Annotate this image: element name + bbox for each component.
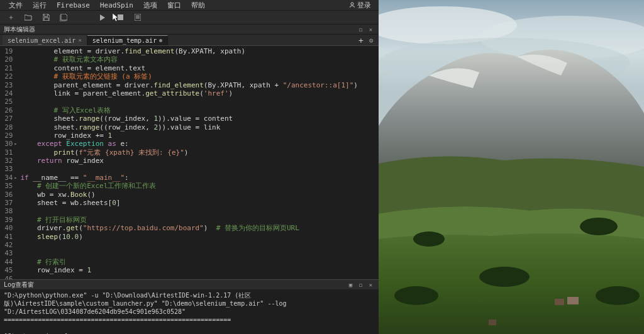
editor-panel-label: 脚本编辑器: [4, 25, 35, 34]
svg-point-0: [351, 3, 353, 5]
login-button[interactable]: 登录: [345, 1, 375, 10]
code-area[interactable]: element = driver.find_element(By.XPATH, …: [16, 46, 379, 279]
log-clear-button[interactable]: ▣: [347, 281, 355, 289]
log-panel: Log查看窗 ▣ ◻ ✕ "D:\python\python.exe" -u "…: [0, 279, 379, 334]
svg-rect-16: [567, 297, 579, 304]
svg-rect-15: [555, 299, 564, 305]
editor-panel-title: 脚本编辑器 ◻ ✕: [0, 25, 379, 35]
log-float-button[interactable]: ◻: [357, 281, 365, 289]
panel-float-button[interactable]: ◻: [357, 25, 365, 33]
menubar: 文件 运行 Firebase HeadSpin 选项 窗口 帮助 登录: [0, 0, 379, 11]
svg-rect-17: [489, 320, 496, 325]
menu-firebase[interactable]: Firebase: [52, 1, 95, 9]
save-button[interactable]: [42, 13, 50, 22]
svg-point-11: [580, 218, 618, 235]
tab-selenium-excel[interactable]: selenium_excel.air ×: [3, 35, 87, 45]
report-button[interactable]: [133, 13, 142, 22]
svg-point-10: [413, 231, 445, 247]
svg-point-13: [394, 286, 438, 305]
menu-file[interactable]: 文件: [4, 1, 28, 10]
user-icon: [349, 2, 355, 8]
new-tab-button[interactable]: +: [356, 35, 366, 45]
saveall-button[interactable]: [59, 13, 68, 22]
svg-point-12: [479, 267, 530, 287]
unsaved-dot-icon: [159, 39, 162, 42]
menu-help[interactable]: 帮助: [186, 1, 210, 10]
gutter: 1920212223242526272829303132333435363738…: [0, 46, 16, 279]
device-screen[interactable]: [379, 0, 644, 334]
tab-selenium-temp[interactable]: selenium_temp.air: [87, 35, 168, 45]
log-panel-label: Log查看窗: [4, 281, 34, 289]
stop-button[interactable]: [116, 13, 125, 22]
open-button[interactable]: [24, 13, 33, 22]
mountain-image: [379, 0, 644, 334]
tab-label: selenium_excel.air: [8, 37, 75, 44]
tab-settings-button[interactable]: ⚙: [366, 35, 376, 45]
menu-options[interactable]: 选项: [138, 1, 162, 10]
login-label: 登录: [357, 1, 371, 10]
log-close-button[interactable]: ✕: [367, 281, 375, 289]
play-button[interactable]: [98, 13, 107, 22]
tab-label: selenium_temp.air: [92, 37, 157, 44]
toolbar: ＋: [0, 11, 379, 25]
svg-rect-1: [118, 14, 123, 20]
menu-window[interactable]: 窗口: [162, 1, 186, 10]
svg-point-14: [596, 286, 640, 305]
menu-run[interactable]: 运行: [28, 1, 52, 10]
log-body[interactable]: "D:\python\python.exe" -u "D:\Download\A…: [0, 289, 379, 334]
tabbar: selenium_excel.air × selenium_temp.air +…: [0, 35, 379, 46]
close-icon[interactable]: ×: [78, 37, 81, 43]
log-panel-title: Log查看窗 ▣ ◻ ✕: [0, 280, 379, 289]
menu-headspin[interactable]: HeadSpin: [95, 1, 138, 9]
code-editor[interactable]: 1920212223242526272829303132333435363738…: [0, 46, 379, 279]
new-file-button[interactable]: ＋: [6, 13, 15, 22]
panel-close-button[interactable]: ✕: [367, 25, 375, 33]
